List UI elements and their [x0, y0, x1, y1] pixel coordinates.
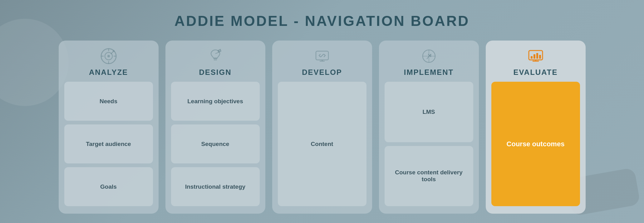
svg-point-7: [113, 50, 115, 52]
analyze-item-goals[interactable]: Goals: [64, 167, 153, 206]
svg-line-10: [215, 52, 219, 54]
col-evaluate: EVALUATE Course outcomes: [486, 41, 586, 214]
implement-title: IMPLEMENT: [404, 68, 454, 77]
design-title: DESIGN: [199, 68, 231, 77]
svg-line-14: [321, 54, 323, 57]
svg-point-2: [107, 55, 110, 57]
evaluate-item-outcomes[interactable]: Course outcomes: [491, 82, 580, 206]
design-item-learning[interactable]: Learning objectives: [171, 82, 260, 121]
svg-rect-21: [536, 53, 538, 59]
columns-row: ANALYZE Needs Target audience Goals DESI…: [25, 41, 619, 214]
implement-icon: [420, 47, 438, 65]
svg-rect-20: [533, 54, 535, 59]
svg-rect-19: [531, 56, 533, 59]
develop-title: DEVELOP: [302, 68, 342, 77]
implement-item-delivery[interactable]: Course content delivery tools: [385, 146, 473, 206]
develop-icon: [313, 47, 331, 65]
design-item-sequence[interactable]: Sequence: [171, 124, 260, 163]
implement-items: LMS Course content delivery tools: [385, 82, 473, 206]
evaluate-icon: [527, 47, 544, 65]
col-develop: DEVELOP Content: [272, 41, 372, 214]
page-title: ADDIE MODEL - NAVIGATION BOARD: [175, 12, 469, 29]
analyze-items: Needs Target audience Goals: [64, 82, 153, 206]
col-analyze: ANALYZE Needs Target audience Goals: [59, 41, 159, 214]
analyze-item-target[interactable]: Target audience: [64, 124, 153, 163]
col-design: DESIGN Learning objectives Sequence Inst…: [165, 41, 265, 214]
evaluate-items: Course outcomes: [491, 82, 580, 206]
evaluate-title: EVALUATE: [514, 68, 558, 77]
page-wrapper: ADDIE MODEL - NAVIGATION BOARD ANALYZE: [0, 0, 644, 223]
design-items: Learning objectives Sequence Instruction…: [171, 82, 260, 206]
analyze-icon: [100, 47, 117, 65]
develop-item-content[interactable]: Content: [278, 82, 366, 206]
col-implement: IMPLEMENT LMS Course content delivery to…: [379, 41, 479, 214]
svg-rect-22: [539, 55, 541, 59]
design-item-instructional[interactable]: Instructional strategy: [171, 167, 260, 206]
design-icon: [207, 47, 224, 65]
develop-items: Content: [278, 82, 366, 206]
implement-item-lms[interactable]: LMS: [385, 82, 473, 142]
analyze-title: ANALYZE: [89, 68, 128, 77]
analyze-item-needs[interactable]: Needs: [64, 82, 153, 121]
